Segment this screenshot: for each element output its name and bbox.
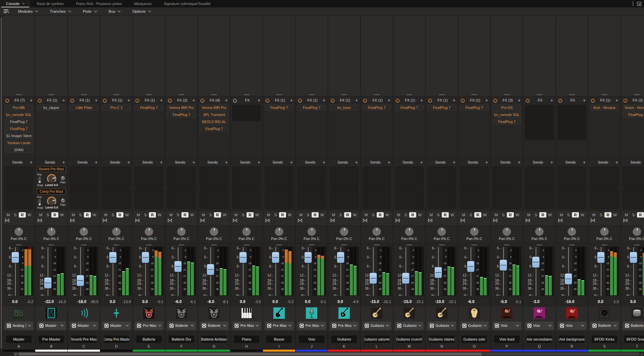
msrw-w-button[interactable]: W [26, 213, 33, 217]
msrw-w-button[interactable]: W [611, 213, 619, 217]
output-select[interactable]: Voix [525, 321, 554, 330]
fader-thumb[interactable] [565, 273, 572, 285]
send-empty-slot[interactable] [330, 167, 359, 187]
fader-value[interactable]: -5.0 [500, 299, 507, 304]
pan-knob[interactable] [437, 227, 446, 236]
msrw-m-button[interactable]: M [493, 213, 500, 217]
fx-slot[interactable]: FinalPlug 7 [135, 105, 163, 111]
fx-slot[interactable]: Vienna MIR Pro [167, 105, 196, 111]
fx-slot[interactable]: Pro-MB [4, 105, 33, 111]
add-send-button[interactable]: + [388, 160, 390, 165]
msrw-s-button[interactable]: S [272, 213, 279, 217]
msrw-s-button[interactable]: S [467, 213, 474, 217]
fx-slot[interactable]: FinalPlug 7 [297, 105, 326, 111]
fader-value[interactable]: 0.0 [630, 299, 636, 304]
add-send-button[interactable]: + [225, 160, 228, 165]
fader-track[interactable] [535, 247, 537, 296]
phase-bowtie-icon[interactable] [458, 218, 490, 222]
fx-power-icon[interactable] [265, 98, 270, 103]
fx-slot[interactable]: SPAN [4, 147, 33, 153]
section-resize-handle[interactable] [244, 94, 250, 95]
track-icon-bass-teal[interactable] [273, 307, 285, 319]
output-select[interactable]: Voix [493, 321, 521, 330]
output-select[interactable]: Batterie [623, 321, 644, 330]
section-resize-handle[interactable] [406, 94, 412, 95]
msrw-m-button[interactable]: M [363, 213, 370, 217]
msrw-m-button[interactable]: M [167, 213, 174, 217]
send-pan-knob[interactable] [61, 176, 65, 180]
add-send-button[interactable]: + [258, 160, 260, 165]
section-resize-handle[interactable] [48, 94, 54, 95]
track-name[interactable]: Guitares claires [429, 336, 454, 343]
fx-slot[interactable]: Pro-DS [492, 105, 521, 111]
output-select[interactable]: Analog 1 [5, 321, 33, 330]
msrw-w-button[interactable]: W [123, 213, 130, 217]
phase-bowtie-icon[interactable] [35, 218, 67, 222]
track-name[interactable]: Guitares solo [462, 336, 487, 343]
fader-thumb[interactable] [630, 252, 637, 263]
fader-value[interactable]: -6.0 [175, 299, 182, 304]
msrw-r-button[interactable]: R [312, 212, 319, 218]
fader-value[interactable]: -16.0 [565, 299, 574, 304]
pan-knob[interactable] [470, 227, 479, 236]
fx-slot[interactable]: NEOLD BIG AL [200, 119, 228, 125]
section-resize-handle[interactable] [16, 94, 22, 95]
output-select[interactable]: Guitares [460, 321, 489, 330]
phase-bowtie-icon[interactable] [230, 218, 263, 222]
track-name[interactable]: Voix secondaires [527, 336, 552, 343]
fx-power-icon[interactable] [395, 98, 400, 103]
fader-thumb[interactable] [142, 252, 149, 263]
msrw-w-button[interactable]: W [579, 213, 586, 217]
fx-power-icon[interactable] [330, 98, 335, 103]
send-empty-slot[interactable] [395, 188, 424, 209]
track-icon-kick-black[interactable] [599, 307, 610, 319]
msrw-w-button[interactable]: W [156, 213, 163, 217]
output-select[interactable]: Batterie [167, 321, 196, 330]
fader-track[interactable] [80, 247, 81, 296]
track-icon-guitar-tan[interactable] [404, 307, 415, 319]
pan-knob[interactable] [307, 227, 316, 236]
msrw-m-button[interactable]: M [5, 213, 12, 217]
menu-piste[interactable]: Piste [78, 7, 103, 15]
msrw-w-button[interactable]: W [254, 213, 261, 217]
track-name[interactable]: Batterie Dry [169, 336, 194, 343]
phase-bowtie-icon[interactable] [100, 218, 132, 222]
msrw-s-button[interactable]: S [305, 213, 312, 217]
send-empty-slot[interactable] [460, 167, 489, 187]
fx-slot[interactable]: Vienna MIR Pro [200, 105, 228, 111]
tab-synth-rack[interactable]: Rack de synthés [31, 0, 70, 7]
msrw-m-button[interactable]: M [298, 213, 305, 217]
hscroll-thumb[interactable] [19, 353, 482, 355]
fx-slot[interactable]: Little Plate [69, 105, 98, 111]
add-fx-button[interactable]: + [518, 98, 521, 103]
add-fx-button[interactable]: + [95, 98, 98, 103]
fx-slot[interactable]: Kick - Nirvana [590, 105, 619, 111]
send-empty-slot[interactable] [557, 188, 586, 209]
add-send-button[interactable]: + [30, 160, 33, 165]
add-fx-button[interactable]: + [160, 98, 163, 103]
pan-knob[interactable] [242, 227, 251, 236]
fx-power-icon[interactable] [135, 98, 140, 103]
send-empty-slot[interactable] [330, 188, 359, 209]
section-resize-handle[interactable] [569, 94, 575, 95]
fx-slot[interactable]: bx_clipper [37, 105, 66, 111]
add-send-button[interactable]: + [518, 160, 521, 165]
msrw-w-button[interactable]: W [384, 213, 391, 217]
fader-value[interactable]: 0.0 [142, 299, 148, 304]
msrw-m-button[interactable]: M [395, 213, 402, 217]
fx-power-icon[interactable] [591, 98, 595, 103]
track-icon-mic-teal[interactable] [306, 307, 317, 319]
phase-bowtie-icon[interactable] [556, 218, 588, 222]
add-send-button[interactable]: + [420, 160, 423, 165]
section-resize-handle[interactable] [374, 94, 380, 95]
send-pre-post-toggle[interactable] [38, 199, 41, 206]
send-empty-slot[interactable] [200, 167, 228, 187]
phase-bowtie-icon[interactable] [361, 218, 393, 222]
fx-empty-slot[interactable] [557, 105, 586, 140]
add-fx-button[interactable]: + [258, 98, 260, 103]
add-send-button[interactable]: + [485, 160, 488, 165]
add-send-button[interactable]: + [127, 160, 130, 165]
fx-power-icon[interactable] [493, 98, 497, 103]
add-fx-button[interactable]: + [193, 98, 195, 103]
msrw-r-button[interactable]: R [377, 212, 384, 218]
